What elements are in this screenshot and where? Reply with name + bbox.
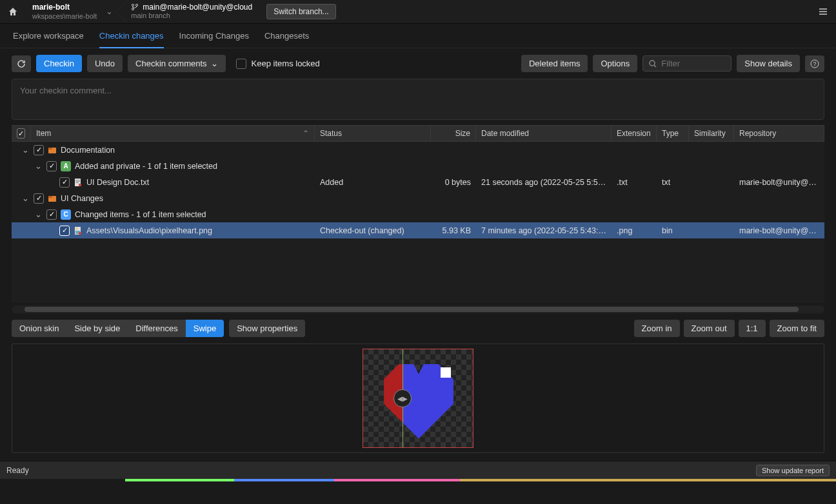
expand-toggle[interactable]: ⌄ [34,209,43,219]
image-file-icon [74,226,83,235]
zoom-fit-button[interactable]: Zoom to fit [770,320,824,337]
zoom-in-button[interactable]: Zoom in [634,320,680,337]
changelist-icon [48,146,57,155]
table-row[interactable]: ⌄ A Added and private - 1 of 1 item sele… [12,158,824,174]
expand-toggle[interactable]: ⌄ [21,145,30,155]
checkin-comments-label: Checkin comments [135,59,207,68]
workspace-breadcrumb[interactable]: marie-bolt wkspaces\marie-bolt ⌄ [23,0,122,23]
diff-mode-segment: Onion skin Side by side Differences Swip… [12,320,224,337]
tab-changesets[interactable]: Changesets [264,24,309,48]
search-icon [648,59,657,68]
group-name: Documentation [61,146,115,155]
changes-table: Item⌃ Status Size Date modified Extensio… [12,125,824,303]
filter-input[interactable] [661,59,726,68]
main-tabs: Explore workspace Checkin changes Incomi… [0,24,836,48]
file-name: UI Design Doc.txt [86,178,149,187]
file-date: 21 seconds ago (2022-05-25 5:50:0 [476,178,612,187]
row-checkbox[interactable] [59,226,70,236]
file-ext: .txt [612,178,657,187]
file-name: Assets\VisualsAudio\pixelheart.png [86,226,212,235]
svg-rect-9 [75,180,80,180]
diff-mode-side-by-side[interactable]: Side by side [66,320,128,337]
shine-pixel [441,367,451,378]
svg-point-0 [132,5,134,6]
checkin-comments-button[interactable]: Checkin comments ⌄ [128,55,226,72]
show-update-report-button[interactable]: Show update report [756,465,830,476]
tab-checkin-changes[interactable]: Checkin changes [99,24,164,48]
svg-text:?: ? [813,61,816,67]
column-status[interactable]: Status [315,126,431,141]
diff-mode-swipe[interactable]: Swipe [186,320,224,337]
breadcrumb: marie-bolt wkspaces\marie-bolt ⌄ main@ma… [23,0,336,23]
home-button[interactable] [5,4,21,19]
column-size[interactable]: Size [431,126,476,141]
expand-toggle[interactable]: ⌄ [21,193,30,203]
diff-mode-differences[interactable]: Differences [128,320,186,337]
column-item[interactable]: Item⌃ [31,126,315,141]
svg-rect-11 [75,182,79,183]
refresh-icon [17,59,26,68]
heart-image-after [403,349,473,447]
keep-items-locked-option[interactable]: Keep items locked [236,59,320,69]
column-date[interactable]: Date modified [476,126,612,141]
column-similarity[interactable]: Similarity [689,126,734,141]
row-checkbox[interactable] [59,177,70,188]
column-extension[interactable]: Extension [612,126,657,141]
swipe-comparison[interactable]: ◀▶ [363,349,473,448]
changelist-icon [48,194,57,203]
checkin-button[interactable]: Checkin [36,55,82,72]
diff-mode-onion-skin[interactable]: Onion skin [12,320,66,337]
refresh-button[interactable] [12,55,31,72]
file-size: 5.93 KB [431,226,476,235]
zoom-out-button[interactable]: Zoom out [684,320,735,337]
row-checkbox[interactable] [46,209,57,220]
deleted-items-button[interactable]: Deleted items [521,55,588,72]
checkin-toolbar: Checkin Undo Checkin comments ⌄ Keep ite… [0,48,836,79]
table-row[interactable]: Assets\VisualsAudio\pixelheart.png Check… [12,222,824,238]
filter-box[interactable] [642,55,732,72]
column-repository[interactable]: Repository [734,126,824,141]
file-type: bin [657,226,689,235]
workspace-path: wkspaces\marie-bolt [32,12,97,21]
status-badge: A [61,161,71,171]
table-row[interactable]: ⌄ UI Changes [12,190,824,206]
branch-full: main@marie-bolt@unity@cloud [143,3,252,12]
table-row[interactable]: ⌄ Documentation [12,142,824,158]
chevron-down-icon: ⌄ [106,6,113,16]
row-checkbox[interactable] [34,145,44,155]
status-bar: Ready Show update report [0,461,836,479]
svg-rect-7 [48,148,52,150]
branch-breadcrumb[interactable]: main@marie-bolt@unity@cloud main branch [122,0,261,23]
show-details-button[interactable]: Show details [737,55,800,72]
file-status: Checked-out (changed) [315,226,431,235]
options-button[interactable]: Options [593,55,637,72]
menu-button[interactable] [815,4,831,19]
swipe-after [403,349,473,447]
tab-explore-workspace[interactable]: Explore workspace [13,24,84,48]
svg-point-18 [79,231,81,234]
svg-rect-14 [48,196,52,198]
keep-items-locked-label: Keep items locked [252,59,320,68]
tab-incoming-changes[interactable]: Incoming Changes [179,24,249,48]
show-properties-button[interactable]: Show properties [229,320,305,337]
table-row[interactable]: ⌄ C Changed items - 1 of 1 item selected [12,206,824,222]
table-row[interactable]: UI Design Doc.txt Added 0 bytes 21 secon… [12,174,824,190]
column-check[interactable] [12,126,31,141]
help-button[interactable]: ? [805,55,824,72]
file-repo: marie-bolt@unity@clou [734,178,824,187]
swipe-handle[interactable]: ◀▶ [393,389,412,407]
horizontal-scrollbar[interactable] [12,305,824,313]
title-bar: marie-bolt wkspaces\marie-bolt ⌄ main@ma… [0,0,836,24]
status-badge: C [61,209,71,220]
undo-button[interactable]: Undo [87,55,123,72]
expand-toggle[interactable]: ⌄ [34,161,43,171]
keep-items-locked-checkbox[interactable] [236,59,246,69]
group-name: UI Changes [61,194,103,203]
zoom-1to1-button[interactable]: 1:1 [739,320,766,337]
column-type[interactable]: Type [657,126,689,141]
row-checkbox[interactable] [34,193,44,204]
table-body: ⌄ Documentation ⌄ A Added and private - … [12,142,824,303]
row-checkbox[interactable] [46,161,57,171]
switch-branch-button[interactable]: Switch branch... [266,4,335,19]
checkin-comment-input[interactable]: Your checkin comment... [12,79,824,120]
